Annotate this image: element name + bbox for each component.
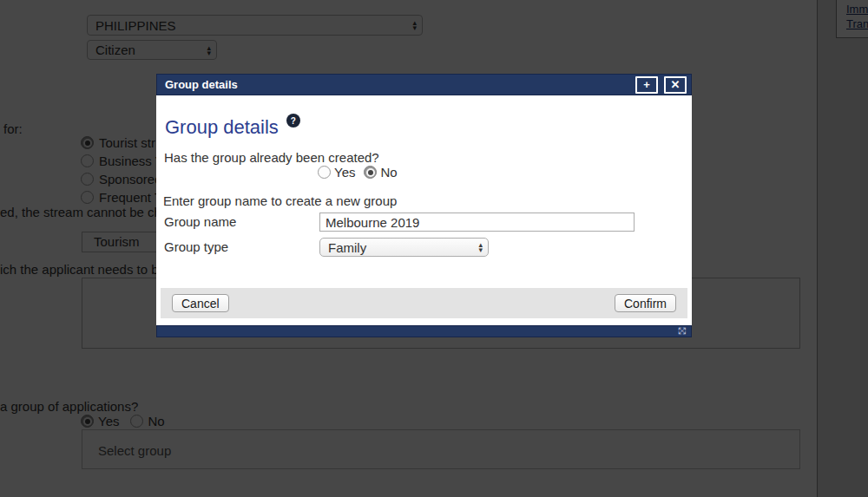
group-name-label: Group name — [164, 214, 236, 229]
stepper-down-icon: ▾ — [478, 247, 483, 252]
stepper-arrows-icon: ▴ ▾ — [478, 242, 483, 252]
yes-label: Yes — [334, 165, 355, 180]
created-question: Has the group already been created? — [164, 150, 379, 165]
no-label: No — [380, 165, 397, 180]
group-name-input[interactable] — [319, 213, 635, 232]
cancel-button[interactable]: Cancel — [172, 294, 229, 312]
instruction-text: Enter group name to create a new group — [163, 193, 397, 208]
group-type-label: Group type — [164, 239, 228, 254]
dialog-heading-row: Group details ? — [165, 116, 300, 139]
dialog-title: Group details — [165, 78, 238, 91]
group-details-dialog: Group details + ✕ Group details ? Has th… — [156, 74, 692, 337]
radio-yes[interactable] — [318, 166, 331, 179]
close-icon[interactable]: ✕ — [664, 76, 687, 94]
group-type-select[interactable]: Family ▴ ▾ — [319, 238, 489, 257]
dialog-bottom-bar: ⤡ ⤢ — [156, 325, 692, 337]
radio-no[interactable] — [364, 166, 377, 179]
dialog-body: Group details ? Has the group already be… — [156, 95, 692, 323]
dialog-heading: Group details — [165, 116, 279, 139]
group-type-value: Family — [328, 240, 478, 255]
resize-handle-icon[interactable]: ⤡ ⤢ — [678, 325, 689, 337]
dialog-footer: Cancel Confirm — [161, 288, 687, 318]
add-button[interactable]: + — [635, 76, 658, 94]
dialog-titlebar[interactable]: Group details + ✕ — [156, 74, 692, 95]
created-yesno-row: Yes No — [318, 165, 406, 180]
application-page: PHILIPPINES ▴ ▾ Citizen ▴ ▾ for: Tourist… — [0, 0, 868, 497]
help-icon[interactable]: ? — [286, 114, 300, 128]
confirm-button[interactable]: Confirm — [615, 294, 676, 312]
